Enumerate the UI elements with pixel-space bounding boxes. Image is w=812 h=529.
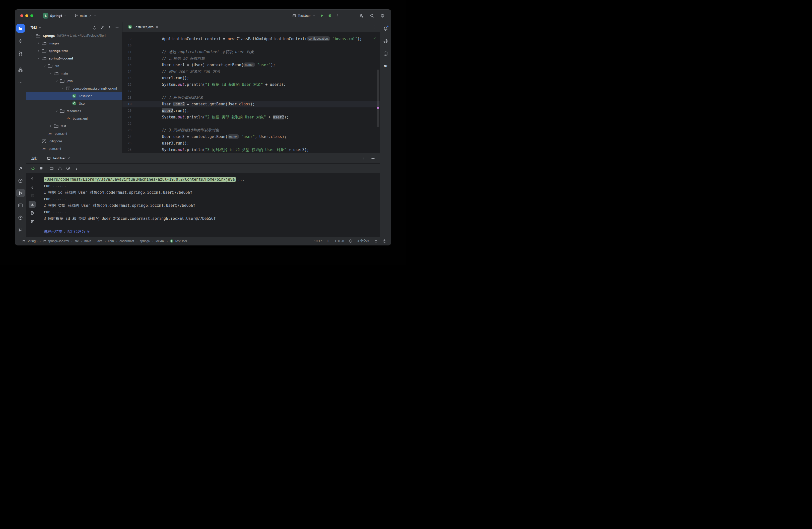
chevron-expanded-icon[interactable] — [54, 79, 59, 83]
status-indent-style[interactable]: 4 个空格 — [357, 239, 369, 243]
maven-button[interactable]: m — [381, 62, 390, 70]
run-configuration-widget[interactable]: TestUser — [290, 13, 317, 19]
status-file-encoding[interactable]: UTF-8 — [335, 239, 344, 243]
editor-tab-testuser[interactable]: C TestUser.java — [126, 22, 161, 32]
editor-scrollbar-thumb[interactable] — [377, 70, 379, 127]
import-button[interactable] — [56, 165, 63, 172]
notifications-button[interactable] — [381, 24, 390, 33]
chevron-expanded-icon[interactable] — [54, 110, 59, 113]
tree-item-gitignore[interactable]: .gitignore — [26, 137, 122, 145]
code-line-9[interactable]: 9 ApplicationContext context = new Class… — [122, 35, 380, 42]
chevron-expanded-icon[interactable] — [41, 64, 47, 68]
unfold-button[interactable] — [91, 24, 98, 31]
scroll-end-button[interactable] — [29, 201, 35, 208]
project-widget[interactable]: S Spring6 — [41, 12, 69, 20]
project-panel-title[interactable]: 项目 — [31, 25, 37, 30]
search-button[interactable] — [368, 12, 375, 19]
tree-item-test[interactable]: test — [26, 122, 122, 130]
problems-button[interactable] — [16, 213, 25, 222]
code-line-11[interactable]: 11 // 通过 applicationContext 来获取 user 对象 — [122, 49, 380, 55]
soft-wrap-button[interactable] — [29, 192, 35, 199]
code-line-23[interactable]: 23 // 3.同时根据id和类型获取对象 — [122, 127, 380, 133]
code-line-13[interactable]: 13 User user1 = (User) context.getBean(n… — [122, 62, 380, 68]
collapse-all-button[interactable] — [99, 24, 105, 31]
minimize-window-button[interactable] — [25, 14, 28, 17]
breadcrumb-java[interactable]: java — [97, 239, 102, 243]
chevron-down-icon[interactable] — [39, 26, 41, 29]
code-line-24[interactable]: 24 User user3 = context.getBean(name: "u… — [122, 133, 380, 140]
terminal-button[interactable] — [16, 201, 25, 210]
chevron-expanded-icon[interactable] — [47, 72, 54, 75]
tree-item-resources[interactable]: resources — [26, 107, 122, 115]
code-line-22[interactable]: 22 — [122, 120, 380, 127]
print-button[interactable] — [29, 209, 35, 216]
code-line-21[interactable]: 21 System.out.println("2 根据 类型 获取的 User … — [122, 114, 380, 120]
structure-button[interactable] — [16, 65, 25, 74]
code-line-16[interactable]: 16 System.out.println("1 根据 id 获取的 User … — [122, 81, 380, 88]
debug-button[interactable] — [326, 12, 333, 19]
camera-button[interactable] — [48, 165, 55, 172]
run-options-button[interactable] — [360, 155, 367, 162]
run-button[interactable] — [318, 12, 325, 19]
code-line-26[interactable]: 26 System.out.println("3 同时根据 id 和 类型 获取… — [122, 146, 380, 153]
tree-item-pom-xml[interactable]: mpom.xml — [26, 145, 122, 152]
code-line-17[interactable]: 17 — [122, 88, 380, 94]
rerun-button[interactable] — [29, 165, 37, 172]
breadcrumb-main[interactable]: main — [84, 239, 91, 243]
tree-item-src[interactable]: src — [26, 62, 122, 70]
tree-item-java[interactable]: java — [26, 77, 122, 85]
inspections-ok-icon[interactable] — [373, 36, 376, 40]
more-horizontal-button[interactable] — [16, 78, 25, 86]
tree-item-images[interactable]: images — [26, 39, 122, 47]
close-tab-icon[interactable] — [156, 26, 158, 28]
git-branch-button[interactable] — [16, 226, 25, 234]
code-line-14[interactable]: 14 // 调用 user 对象的 run 方法 — [122, 68, 380, 75]
status-line-separator[interactable]: LF — [327, 239, 331, 243]
tree-item-main[interactable]: main — [26, 70, 122, 77]
chevron-collapsed-icon[interactable] — [47, 125, 54, 128]
breadcrumb-spring6[interactable]: Spring6 — [22, 239, 38, 243]
hide-button[interactable] — [114, 24, 120, 31]
more-vertical-button[interactable] — [334, 12, 341, 19]
ai-assistant-button[interactable] — [381, 37, 390, 45]
breadcrumb-spring6-ioc-xml[interactable]: spring6-ioc-xml — [43, 239, 69, 243]
code-line-20[interactable]: 20 user2.run(); — [122, 108, 380, 114]
code-line-15[interactable]: 15 user1.run(); — [122, 75, 380, 81]
arrow-down-button[interactable] — [29, 184, 35, 191]
status-status-widget[interactable] — [349, 239, 352, 243]
tree-item-pom-xml[interactable]: mpom.xml — [26, 130, 122, 137]
hide-run-panel-button[interactable] — [369, 155, 376, 162]
status-notifications-status[interactable] — [383, 239, 387, 243]
fullscreen-window-button[interactable] — [30, 14, 33, 17]
code-line-10[interactable]: 10 — [122, 42, 380, 49]
breadcrumb-codermast[interactable]: codermast — [119, 239, 134, 243]
arrow-up-button[interactable] — [29, 175, 35, 182]
tree-item-spring6-ioc-xml[interactable]: spring6-ioc-xml — [26, 55, 122, 62]
history-button[interactable] — [64, 165, 72, 172]
close-run-tab-icon[interactable] — [68, 157, 70, 160]
code-editor[interactable]: 9 ApplicationContext context = new Class… — [122, 32, 380, 153]
close-window-button[interactable] — [20, 14, 23, 17]
chevron-collapsed-icon[interactable] — [35, 42, 41, 45]
project-button[interactable] — [16, 24, 25, 33]
status-readonly-lock[interactable] — [374, 239, 378, 243]
breadcrumb-com[interactable]: com — [108, 239, 114, 243]
more-vertical-button[interactable] — [73, 165, 80, 172]
chevron-expanded-icon[interactable] — [35, 57, 41, 60]
breadcrumb-testuser[interactable]: CTestUser — [170, 239, 187, 243]
commit-button[interactable] — [16, 37, 25, 45]
chevron-collapsed-icon[interactable] — [35, 49, 41, 53]
tree-item-spring6[interactable]: Spring6源代码根目录: ~/IdeaProjects/Spri — [26, 32, 122, 39]
breadcrumb-src[interactable]: src — [74, 239, 79, 243]
pull-requests-button[interactable] — [16, 49, 25, 58]
code-line-12[interactable]: 12 // 1.根据 id 获取对象 — [122, 55, 380, 62]
chevron-expanded-icon[interactable] — [59, 87, 66, 90]
console-output[interactable]: /Users/codermast/Library/Java/JavaVirtua… — [38, 173, 380, 237]
code-line-19[interactable]: 19 User user2 = context.getBean(User.cla… — [122, 101, 380, 108]
settings-button[interactable] — [379, 12, 386, 19]
breadcrumb-spring6[interactable]: spring6 — [140, 239, 150, 243]
breadcrumb-iocxml[interactable]: iocxml — [156, 239, 164, 243]
run-window-button[interactable] — [16, 189, 25, 197]
services-button[interactable] — [16, 176, 25, 185]
clear-button[interactable] — [29, 218, 35, 225]
